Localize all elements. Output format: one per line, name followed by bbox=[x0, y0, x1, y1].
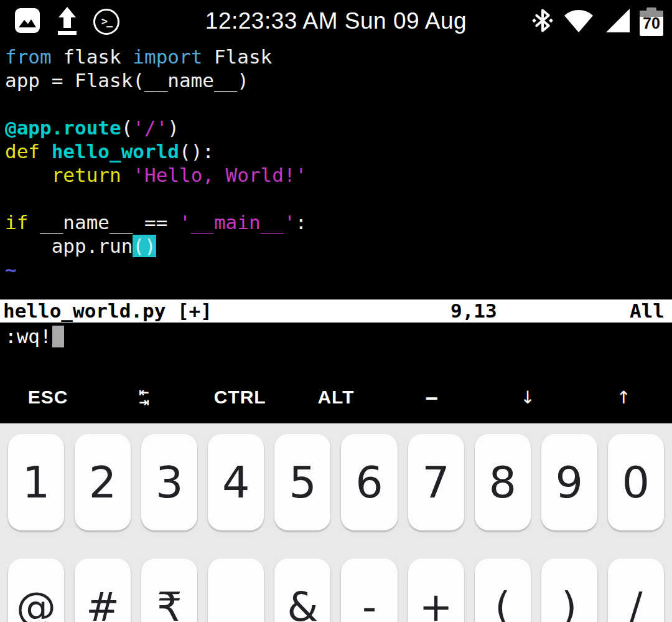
extra-key-esc[interactable]: ESC bbox=[0, 372, 96, 422]
code-segment: : bbox=[296, 211, 307, 233]
terminal-icon: >_ bbox=[93, 9, 119, 35]
key-7[interactable]: 7 bbox=[408, 434, 464, 530]
code-segment: if bbox=[5, 211, 28, 233]
vim-statusline: hello_world.py [+] 9,13 All bbox=[0, 299, 672, 323]
code-segment: ~ bbox=[5, 258, 17, 281]
code-segment: Flask bbox=[202, 45, 272, 68]
key-6[interactable]: 6 bbox=[341, 434, 397, 530]
vim-command-text: :wq! bbox=[5, 325, 52, 347]
terminal-line-5: def hello_world(): bbox=[5, 139, 667, 163]
code-segment: return bbox=[52, 164, 121, 186]
key-minus[interactable]: - bbox=[341, 558, 397, 622]
cell-signal-icon bbox=[604, 7, 631, 36]
extra-key-label: ↑ bbox=[617, 387, 632, 408]
battery-body: 70 bbox=[640, 11, 663, 36]
code-segment bbox=[5, 164, 52, 186]
command-cursor bbox=[52, 326, 64, 347]
key-4[interactable]: 4 bbox=[208, 434, 264, 530]
key-8[interactable]: 8 bbox=[475, 434, 531, 530]
vim-command-line[interactable]: :wq! bbox=[5, 324, 64, 348]
extra-key-tab[interactable]: ⇤⇥ bbox=[96, 372, 192, 422]
terminal-line-1: from flask import Flask bbox=[5, 45, 667, 68]
code-segment: flask bbox=[52, 45, 133, 68]
key-paren-right[interactable]: ) bbox=[541, 558, 597, 622]
key-5[interactable]: 5 bbox=[274, 434, 330, 530]
code-segment: ( bbox=[121, 116, 133, 139]
keyboard-number-row: 1234567890 bbox=[0, 434, 672, 530]
code-segment: from bbox=[5, 45, 52, 68]
status-bar-system-icons: 70 bbox=[531, 6, 663, 37]
key-3[interactable]: 3 bbox=[141, 434, 197, 530]
terminal-line-4: @app.route('/') bbox=[5, 116, 667, 139]
key-hash[interactable]: # bbox=[75, 558, 131, 622]
code-segment: import bbox=[133, 45, 202, 68]
terminal-output[interactable]: from flask import Flaskapp = Flask(__nam… bbox=[5, 45, 667, 281]
extra-key-label: ESC bbox=[28, 387, 68, 408]
termux-screen: >_ 12:23:33 AM Sun 09 Aug bbox=[0, 0, 672, 622]
code-segment: def bbox=[5, 140, 40, 163]
code-segment: app.run bbox=[5, 235, 133, 257]
code-segment: 'Hello, World!' bbox=[133, 164, 307, 186]
battery-percent-label: 70 bbox=[640, 15, 663, 31]
code-segment: ) bbox=[167, 116, 179, 139]
key-2[interactable]: 2 bbox=[75, 434, 131, 530]
extra-key-label: ALT bbox=[317, 387, 354, 408]
terminal-line-10: ~ bbox=[5, 258, 667, 281]
terminal-line-6: return 'Hello, World!' bbox=[5, 163, 667, 187]
extra-key-label: CTRL bbox=[214, 387, 266, 408]
code-segment: '__main__' bbox=[179, 211, 296, 233]
code-segment: __name__ == bbox=[28, 211, 179, 233]
key-slash[interactable]: / bbox=[608, 558, 664, 622]
gallery-icon bbox=[14, 7, 41, 37]
code-segment: @app.route bbox=[5, 116, 121, 139]
code-segment: app = Flask(__name__) bbox=[5, 69, 249, 92]
extra-key-alt[interactable]: ALT bbox=[288, 372, 384, 422]
key-underscore[interactable]: _ bbox=[208, 558, 264, 622]
extra-key-dash[interactable]: – bbox=[384, 372, 480, 422]
key-9[interactable]: 9 bbox=[541, 434, 597, 530]
code-segment: '/' bbox=[133, 116, 167, 139]
terminal-line-8: if __name__ == '__main__': bbox=[5, 210, 667, 234]
code-segment bbox=[40, 140, 52, 163]
terminal-line-9: app.run() bbox=[5, 234, 667, 258]
key-paren-left[interactable]: ( bbox=[475, 558, 531, 622]
status-bar-notification-icons: >_ bbox=[14, 6, 119, 37]
tab-icon: ⇤⇥ bbox=[139, 387, 149, 407]
key-at[interactable]: @ bbox=[8, 558, 64, 622]
extra-key-label: – bbox=[426, 384, 439, 410]
vim-cursor-block: () bbox=[133, 235, 156, 257]
extra-keys-row: ESC⇤⇥CTRLALT–↓↑ bbox=[0, 372, 672, 422]
bluetooth-icon bbox=[531, 7, 554, 37]
status-bar: >_ 12:23:33 AM Sun 09 Aug bbox=[0, 0, 672, 44]
terminal-line-2: app = Flask(__name__) bbox=[5, 68, 667, 92]
key-0[interactable]: 0 bbox=[608, 434, 664, 530]
upload-icon bbox=[55, 6, 80, 38]
code-segment: hello_world bbox=[52, 140, 179, 163]
key-plus[interactable]: + bbox=[408, 558, 464, 622]
extra-key-label: ↓ bbox=[520, 387, 535, 408]
soft-keyboard: 1234567890 @#₹_&-+()/ bbox=[0, 423, 672, 622]
code-segment: (): bbox=[179, 140, 214, 163]
key-ampersand[interactable]: & bbox=[274, 558, 330, 622]
code-segment bbox=[121, 164, 133, 186]
extra-key-arrow-up[interactable]: ↑ bbox=[576, 372, 672, 422]
battery-icon: 70 bbox=[640, 7, 663, 36]
status-bar-clock: 12:23:33 AM Sun 09 Aug bbox=[205, 8, 467, 34]
terminal-line-3 bbox=[5, 92, 667, 116]
terminal-line-7 bbox=[5, 187, 667, 210]
keyboard-symbol-row: @#₹_&-+()/ bbox=[0, 558, 672, 622]
extra-key-ctrl[interactable]: CTRL bbox=[192, 372, 288, 422]
extra-key-arrow-down[interactable]: ↓ bbox=[480, 372, 576, 422]
vim-ruler: 9,13 bbox=[450, 299, 497, 323]
vim-scroll-position: All bbox=[630, 299, 665, 323]
wifi-icon bbox=[562, 7, 595, 36]
key-rupee[interactable]: ₹ bbox=[141, 558, 197, 622]
key-1[interactable]: 1 bbox=[8, 434, 64, 530]
vim-filename: hello_world.py [+] bbox=[3, 299, 212, 323]
